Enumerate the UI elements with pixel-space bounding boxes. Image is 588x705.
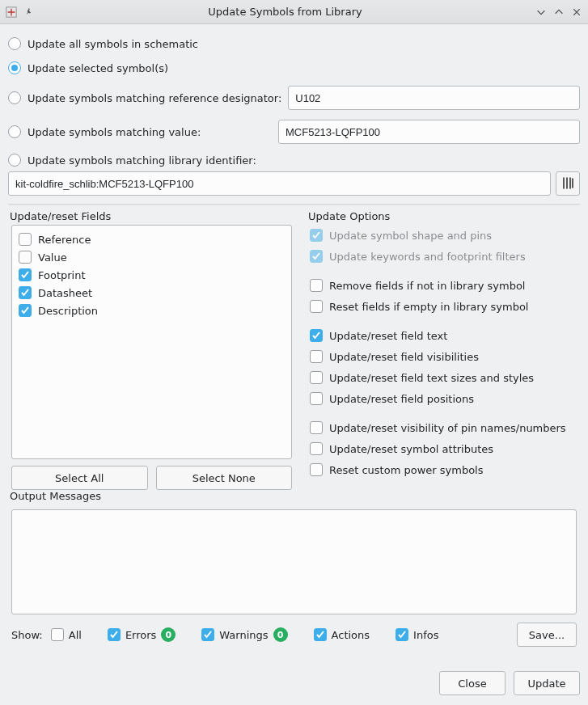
field-description[interactable]: Description [17,302,286,319]
field-value[interactable]: Value [17,248,286,266]
show-all-label: All [69,629,82,641]
opt-remove-fields[interactable]: Remove fields if not in library symbol [310,275,577,296]
opt-field-text[interactable]: Update/reset field text [310,325,577,346]
checkbox[interactable] [310,300,323,313]
radio-icon[interactable] [8,125,21,138]
checkbox[interactable] [310,371,323,384]
libid-input[interactable] [8,171,551,196]
field-label: Footprint [38,269,86,281]
fields-legend: Update/reset Fields [8,210,112,222]
opt-keywords: Update keywords and footprint filters [310,246,577,267]
checkbox[interactable] [310,350,323,363]
show-infos[interactable]: Infos [396,628,438,641]
value-input[interactable] [278,120,580,144]
field-label: Description [38,305,98,317]
warnings-label: Warnings [219,629,268,641]
radio-libid[interactable]: Update symbols matching library identifi… [8,154,580,167]
opt-label: Update/reset visibility of pin names/num… [329,422,566,434]
show-errors[interactable]: Errors 0 [108,627,176,642]
opt-field-size[interactable]: Update/reset field text sizes and styles [310,367,577,388]
checkbox [310,229,323,242]
checkbox[interactable] [310,421,323,434]
radio-update-all[interactable]: Update all symbols in schematic [8,37,580,50]
output-legend: Output Messages [8,490,103,502]
opt-label: Update keywords and footprint filters [329,251,526,263]
opt-label: Update/reset field positions [329,393,474,405]
checkbox[interactable] [19,251,32,264]
opt-reset-empty[interactable]: Reset fields if empty in library symbol [310,296,577,317]
opt-shape-pins: Update symbol shape and pins [310,225,577,246]
radio-label: Update symbols matching value: [27,126,272,138]
opt-label: Remove fields if not in library symbol [329,280,525,292]
refdes-input[interactable] [288,86,580,110]
opt-label: Update symbol shape and pins [329,230,492,242]
radio-icon[interactable] [8,61,21,74]
maximize-icon[interactable] [552,6,565,19]
library-icon [561,176,574,192]
show-actions[interactable]: Actions [314,628,370,641]
field-footprint[interactable]: Footprint [17,266,286,284]
output-messages-area[interactable] [11,509,577,614]
fields-list: Reference Value Footprint Datasheet Desc… [11,225,292,459]
checkbox[interactable] [310,279,323,292]
select-all-button[interactable]: Select All [11,466,148,490]
opt-label: Reset fields if empty in library symbol [329,301,528,313]
library-browse-button[interactable] [556,171,580,196]
opt-reset-power[interactable]: Reset custom power symbols [310,459,577,480]
errors-count: 0 [161,627,176,642]
checkbox[interactable] [310,392,323,405]
field-label: Reference [38,234,91,246]
checkbox[interactable] [19,304,32,317]
update-fields-group: Update/reset Fields Reference Value Foot… [8,213,295,493]
radio-update-selected[interactable]: Update selected symbol(s) [8,61,580,74]
checkbox[interactable] [108,628,121,641]
update-button[interactable]: Update [514,671,580,695]
titlebar: Update Symbols from Library [0,0,588,24]
show-warnings[interactable]: Warnings 0 [201,627,287,642]
close-icon[interactable] [570,6,583,19]
window-title: Update Symbols from Library [40,6,530,18]
close-button[interactable]: Close [439,671,506,695]
radio-value[interactable]: Update symbols matching value: [8,120,580,144]
select-none-button[interactable]: Select None [156,466,293,490]
checkbox[interactable] [310,463,323,476]
save-button[interactable]: Save... [517,623,577,647]
errors-label: Errors [125,629,156,641]
opt-label: Update/reset field text [329,330,447,342]
opt-label: Reset custom power symbols [329,464,484,476]
checkbox[interactable] [310,329,323,342]
radio-icon[interactable] [8,154,21,167]
pin-icon[interactable] [23,6,36,19]
radio-icon[interactable] [8,37,21,50]
radio-label: Update symbols matching reference design… [27,92,281,104]
checkbox[interactable] [310,442,323,455]
field-reference[interactable]: Reference [17,230,286,248]
checkbox [310,250,323,263]
warnings-count: 0 [273,627,288,642]
opt-sym-attrs[interactable]: Update/reset symbol attributes [310,438,577,459]
opt-pin-names-vis[interactable]: Update/reset visibility of pin names/num… [310,417,577,438]
opt-label: Update/reset field visibilities [329,351,479,363]
field-label: Datasheet [38,287,92,299]
checkbox[interactable] [19,233,32,246]
actions-label: Actions [332,629,370,641]
radio-icon[interactable] [8,91,21,104]
field-label: Value [38,251,67,264]
field-datasheet[interactable]: Datasheet [17,284,286,302]
checkbox[interactable] [19,286,32,299]
checkbox[interactable] [396,628,408,641]
radio-refdes[interactable]: Update symbols matching reference design… [8,86,580,110]
opt-label: Update/reset field text sizes and styles [329,372,534,384]
minimize-icon[interactable] [535,6,548,19]
checkbox[interactable] [19,268,32,281]
opt-field-pos[interactable]: Update/reset field positions [310,388,577,409]
opt-field-vis[interactable]: Update/reset field visibilities [310,346,577,367]
checkbox[interactable] [201,628,214,641]
divider [8,204,580,205]
show-label: Show: [11,629,43,641]
radio-label: Update symbols matching library identifi… [27,154,256,167]
show-all[interactable]: All [51,628,82,641]
opt-label: Update/reset symbol attributes [329,443,493,455]
checkbox[interactable] [51,628,64,641]
checkbox[interactable] [314,628,327,641]
